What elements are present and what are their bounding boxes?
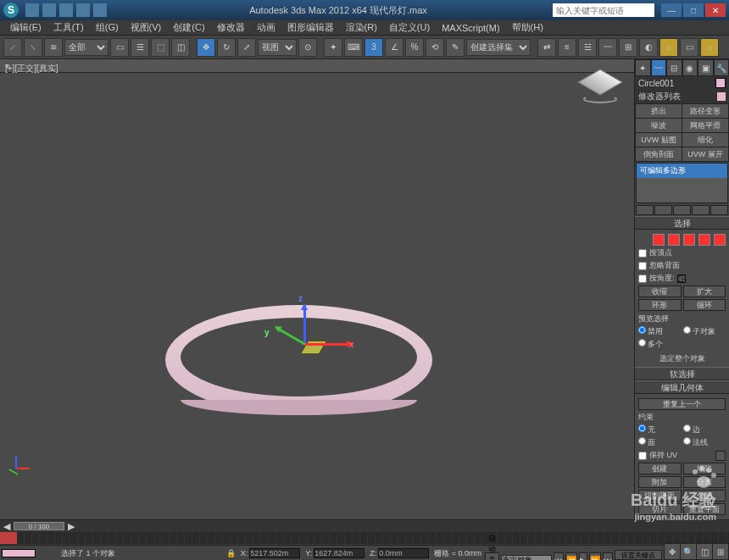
mod-btn-tessellate[interactable]: 细化	[682, 133, 728, 147]
rollout-soft-selection[interactable]: 软选择	[635, 367, 729, 380]
btn-shrink[interactable]: 收缩	[638, 286, 682, 297]
configure-sets-icon[interactable]	[710, 205, 728, 215]
radio-constraint-edge[interactable]	[683, 424, 691, 432]
nav-pan-icon[interactable]: ✥	[664, 543, 681, 560]
select-object-icon[interactable]: ▭	[110, 38, 129, 57]
snap-toggle-icon[interactable]: 3	[364, 38, 383, 57]
radio-preview-off[interactable]	[638, 326, 646, 334]
qat-save-icon[interactable]	[59, 3, 73, 17]
percent-snap-icon[interactable]: %	[405, 38, 424, 57]
rollout-edit-geometry[interactable]: 编辑几何体	[635, 380, 729, 394]
subobj-border-icon[interactable]	[683, 234, 695, 246]
prev-key-icon[interactable]: ⏪	[565, 552, 577, 561]
menu-group[interactable]: 组(G)	[91, 21, 124, 34]
chk-preserve-uv[interactable]: 保持 UV	[638, 450, 726, 461]
lock-selection-icon[interactable]: 🔒	[226, 549, 236, 557]
subobj-element-icon[interactable]	[714, 234, 726, 246]
radio-constraint-normal[interactable]	[683, 437, 691, 445]
object-color-swatch[interactable]	[715, 78, 726, 88]
render-setup-icon[interactable]: ☼	[659, 38, 678, 57]
menu-graph-editors[interactable]: 图形编辑器	[282, 21, 339, 34]
radio-constraint-face[interactable]	[638, 437, 646, 445]
material-editor-icon[interactable]: ◐	[639, 38, 658, 57]
spinner-snap-icon[interactable]: ⟲	[426, 38, 444, 57]
preserve-uv-settings-icon[interactable]	[715, 451, 726, 461]
track-toggle-icon[interactable]	[0, 532, 17, 544]
ribbon-strip[interactable]: ▾	[0, 59, 634, 73]
ref-coord-dropdown[interactable]: 视图	[258, 39, 297, 56]
qat-new-icon[interactable]	[25, 3, 39, 17]
select-link-icon[interactable]: ⟋	[3, 38, 22, 57]
btn-slice-plane[interactable]: 切割平面	[638, 490, 682, 502]
goto-start-icon[interactable]: ⏮	[554, 552, 564, 561]
viewport[interactable]: ▾ [+][正交][真实] x y z	[0, 59, 634, 519]
nav-fov-icon[interactable]: ◫	[696, 543, 713, 560]
nav-zoom-all-icon[interactable]: ⊞	[712, 543, 729, 560]
object-name-field[interactable]: Circle001	[635, 76, 729, 90]
coord-y-input[interactable]	[314, 548, 364, 558]
make-unique-icon[interactable]	[673, 205, 691, 215]
menu-rendering[interactable]: 渲染(R)	[341, 21, 382, 34]
select-rotate-icon[interactable]: ↻	[217, 38, 236, 57]
minimize-button[interactable]: —	[661, 3, 682, 17]
bind-spacewarp-icon[interactable]: ≋	[44, 38, 63, 57]
stack-editable-poly[interactable]: 可编辑多边形	[637, 164, 727, 178]
mod-btn-uvwunwrap[interactable]: UVW 展开	[682, 147, 728, 161]
qat-undo-icon[interactable]	[76, 3, 90, 17]
qat-redo-icon[interactable]	[93, 3, 107, 17]
pin-stack-icon[interactable]	[636, 205, 654, 215]
select-move-icon[interactable]: ✥	[197, 38, 215, 57]
viewport-label[interactable]: [+][正交][真实]	[5, 63, 58, 75]
viewcube[interactable]	[583, 69, 617, 103]
mirror-icon[interactable]: ⇄	[537, 38, 556, 57]
edit-selection-set-icon[interactable]: ✎	[446, 38, 465, 57]
coord-x-input[interactable]	[249, 548, 300, 558]
mod-btn-pathdeform[interactable]: 路径变形	[682, 104, 728, 118]
keyboard-shortcut-icon[interactable]: ⌨	[344, 38, 363, 57]
btn-ring[interactable]: 环形	[638, 299, 682, 311]
modifier-list-dropdown[interactable]: 修改器列表	[635, 90, 729, 103]
mod-btn-meshsmooth[interactable]: 网格平滑	[682, 119, 728, 132]
menu-edit[interactable]: 编辑(E)	[5, 21, 47, 34]
menu-help[interactable]: 帮助(H)	[507, 21, 548, 34]
key-selection-set[interactable]	[501, 555, 552, 561]
chk-ignore-backfacing[interactable]: 忽略背面	[638, 260, 726, 271]
btn-grow[interactable]: 扩大	[683, 286, 726, 297]
select-scale-icon[interactable]: ⤢	[237, 38, 256, 57]
mod-btn-uvwmap[interactable]: UVW 贴图	[636, 133, 682, 147]
menu-customize[interactable]: 自定义(U)	[384, 21, 435, 34]
mod-btn-extrude[interactable]: 挤出	[636, 104, 682, 118]
window-crossing-icon[interactable]: ◫	[171, 38, 190, 57]
rollout-selection[interactable]: 选择	[635, 216, 729, 230]
qat-open-icon[interactable]	[42, 3, 56, 17]
chk-by-vertex[interactable]: 按顶点	[638, 247, 726, 258]
rect-select-icon[interactable]: ⬚	[151, 38, 170, 57]
selection-filter-dropdown[interactable]: 全部	[64, 39, 109, 56]
layer-manager-icon[interactable]: ☱	[578, 38, 597, 57]
render-production-icon[interactable]: ☼	[700, 38, 719, 57]
next-frame-icon[interactable]: ▶	[68, 521, 75, 532]
angle-input[interactable]	[677, 274, 686, 283]
btn-split[interactable]: 分割	[683, 490, 726, 502]
btn-repeat-last[interactable]: 重复上一个	[638, 398, 726, 410]
app-icon[interactable]: S	[3, 3, 19, 18]
track-bar[interactable]	[0, 532, 729, 544]
select-by-name-icon[interactable]: ☰	[131, 38, 149, 57]
pivot-center-icon[interactable]: ⊙	[298, 38, 317, 57]
menu-create[interactable]: 创建(C)	[168, 21, 209, 34]
btn-slice[interactable]: 切片	[638, 503, 682, 515]
unlink-icon[interactable]: ⟍	[24, 38, 42, 57]
time-slider[interactable]: ◀ 0 / 100 ▶	[0, 520, 729, 532]
tab-utilities-icon[interactable]: 🔧	[714, 59, 730, 76]
menu-views[interactable]: 视图(V)	[125, 21, 167, 34]
tab-display-icon[interactable]: ▣	[698, 59, 714, 76]
status-color-swatch[interactable]	[2, 549, 36, 557]
menu-maxscript[interactable]: MAXScript(M)	[437, 23, 504, 33]
modifier-stack[interactable]: 可编辑多边形	[636, 163, 728, 203]
mod-btn-bevelprofile[interactable]: 倒角剖面	[636, 147, 682, 161]
nav-zoom-icon[interactable]: 🔍	[680, 543, 697, 560]
align-icon[interactable]: ≡	[558, 38, 576, 57]
tab-modify-icon[interactable]: 〰	[651, 59, 667, 76]
menu-animation[interactable]: 动画	[252, 21, 281, 34]
radio-preview-multi[interactable]	[638, 339, 646, 347]
